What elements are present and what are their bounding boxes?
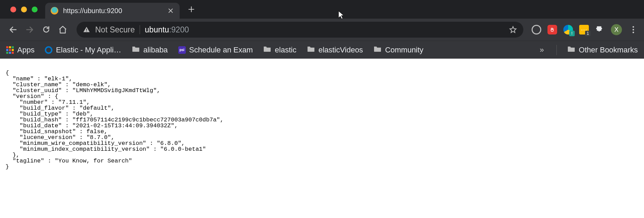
tab-close-button[interactable] xyxy=(167,7,174,14)
bookmark-item[interactable]: alibaba xyxy=(132,46,168,54)
bookmark-item[interactable]: elastic xyxy=(263,46,296,54)
folder-icon xyxy=(132,46,140,54)
window-close-button[interactable] xyxy=(10,7,16,12)
bookmark-item[interactable]: elasticVideos xyxy=(307,46,363,54)
not-secure-label: Not Secure xyxy=(95,25,135,34)
elastic-ring-icon xyxy=(45,46,52,54)
extension-note-button[interactable]: ⋯ 1 xyxy=(579,25,589,34)
plus-icon xyxy=(188,6,195,13)
home-icon xyxy=(58,25,67,34)
bookmark-item[interactable]: psiSchedule an Exam xyxy=(178,46,253,54)
apps-label: Apps xyxy=(17,46,34,54)
puzzle-icon xyxy=(595,25,604,34)
extension-ublock-button[interactable] xyxy=(547,25,557,34)
arrow-left-icon xyxy=(9,25,18,34)
psi-icon: psi xyxy=(178,46,186,54)
star-icon xyxy=(509,26,517,34)
nav-forward-button[interactable] xyxy=(22,22,37,37)
tab-favicon-icon xyxy=(51,7,58,14)
address-bar[interactable]: Not Secure ubuntu:9200 xyxy=(77,22,523,38)
bookmark-label: elasticVideos xyxy=(319,46,363,54)
other-bookmarks-button[interactable]: Other Bookmarks xyxy=(567,46,638,54)
svg-rect-1 xyxy=(86,31,87,31)
hand-icon xyxy=(550,27,555,32)
bookmarks-bar: Apps Elastic - My Appli…alibabapsiSchedu… xyxy=(0,41,644,59)
window-minimize-button[interactable] xyxy=(21,7,27,12)
svg-rect-0 xyxy=(86,29,87,30)
extension-note-badge: 1 xyxy=(585,31,591,36)
extension-generic-button[interactable] xyxy=(532,25,541,34)
kebab-icon xyxy=(632,26,634,34)
omnibox-separator xyxy=(140,25,140,34)
extension-elastic-badge: ! xyxy=(569,31,575,36)
bookmark-label: elastic xyxy=(275,46,296,54)
bookmark-label: alibaba xyxy=(143,46,168,54)
mouse-cursor-icon xyxy=(338,10,345,20)
bookmark-label: Schedule an Exam xyxy=(189,46,253,54)
new-tab-button[interactable] xyxy=(184,2,198,16)
extension-elastic-button[interactable]: ! xyxy=(563,25,573,34)
window-zoom-button[interactable] xyxy=(32,7,38,12)
reload-icon xyxy=(42,25,51,34)
bookmarks-overflow-button[interactable]: » xyxy=(538,46,546,54)
bookmark-item[interactable]: Elastic - My Appli… xyxy=(45,46,121,54)
browser-menu-button[interactable] xyxy=(628,26,638,34)
response-body[interactable]: { "name" : "elk-1", "cluster_name" : "de… xyxy=(0,65,644,170)
svg-point-4 xyxy=(633,32,634,33)
nav-back-button[interactable] xyxy=(6,22,21,37)
nav-reload-button[interactable] xyxy=(39,22,54,37)
nav-home-button[interactable] xyxy=(55,22,70,37)
bookmarks-list: Elastic - My Appli…alibabapsiSchedule an… xyxy=(45,46,527,54)
bookmark-label: Elastic - My Appli… xyxy=(56,46,121,54)
folder-icon xyxy=(307,46,315,54)
tab-strip: https://ubuntu:9200 xyxy=(0,0,644,19)
apps-button[interactable]: Apps xyxy=(6,46,34,54)
extensions-area: ! ⋯ 1 X xyxy=(532,24,638,35)
browser-tab[interactable]: https://ubuntu:9200 xyxy=(45,3,180,19)
close-icon xyxy=(168,8,174,14)
bookmark-star-button[interactable] xyxy=(509,26,517,34)
svg-point-3 xyxy=(633,29,634,31)
tab-title: https://ubuntu:9200 xyxy=(63,7,162,15)
bookmark-item[interactable]: Community xyxy=(373,46,423,54)
window-controls xyxy=(3,7,45,12)
folder-icon xyxy=(567,46,575,54)
browser-toolbar: Not Secure ubuntu:9200 ! ⋯ 1 X xyxy=(0,19,644,41)
url-port: 9200 xyxy=(171,25,189,34)
bookmarks-divider xyxy=(556,45,557,55)
folder-icon xyxy=(263,46,271,54)
avatar-initial: X xyxy=(614,26,618,33)
url-host: ubuntu xyxy=(145,25,169,34)
other-bookmarks-label: Other Bookmarks xyxy=(579,46,638,54)
svg-point-2 xyxy=(633,26,634,28)
arrow-right-icon xyxy=(25,25,34,34)
extensions-menu-button[interactable] xyxy=(595,25,605,34)
folder-icon xyxy=(373,46,382,54)
not-secure-icon xyxy=(83,26,90,33)
bookmark-label: Community xyxy=(385,46,423,54)
apps-grid-icon xyxy=(6,46,14,54)
url-text: ubuntu:9200 xyxy=(145,25,189,34)
profile-avatar-button[interactable]: X xyxy=(611,24,622,35)
